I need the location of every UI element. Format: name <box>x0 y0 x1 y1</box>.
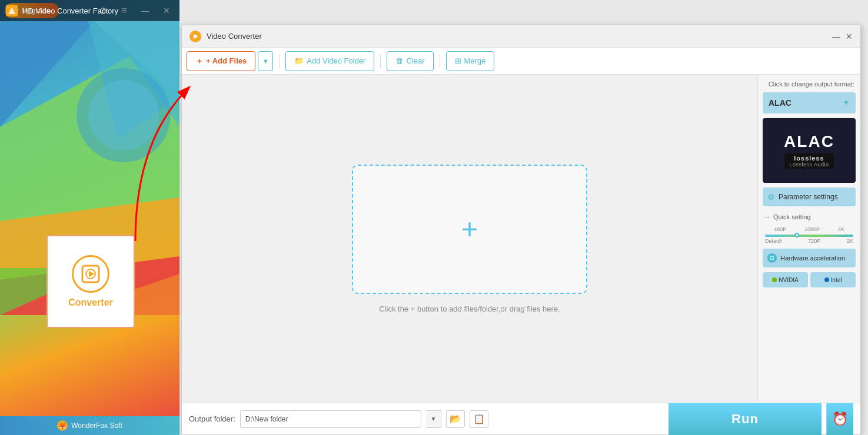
add-icon: ＋ <box>195 56 203 66</box>
merge-button[interactable]: ⊞ Merge <box>446 51 495 71</box>
alarm-icon: ⏰ <box>832 411 848 427</box>
schedule-button[interactable]: ⏰ <box>826 403 853 435</box>
sidebar: ★ Upgrade ⚙ ≡ — ✕ HD Video Converter Fac… <box>0 0 179 435</box>
run-button[interactable]: Run <box>669 403 822 435</box>
app-logo <box>6 5 18 16</box>
nvidia-icon <box>772 277 777 282</box>
toolbar-divider-2 <box>380 54 381 68</box>
wonderfox-text: WonderFox Soft <box>71 421 122 430</box>
toolbar-divider-3 <box>440 54 440 68</box>
svg-point-8 <box>88 80 159 150</box>
lossless-text: lossless <box>794 155 824 162</box>
converter-icon <box>72 255 109 293</box>
nvidia-badge: NVIDIA <box>763 272 808 287</box>
format-hint: Click to change output format: <box>763 81 856 88</box>
toolbar-divider-1 <box>279 54 280 68</box>
window-title: Video Converter <box>207 32 827 41</box>
window-controls: — ✕ <box>832 32 853 41</box>
quick-setting-label: → Quick setting <box>763 212 856 222</box>
drop-zone-area[interactable]: + Click the + button to add files/folder… <box>182 75 757 403</box>
sidebar-title-bar: HD Video Converter Factory <box>0 0 179 21</box>
clear-icon: 🗑 <box>395 56 403 65</box>
folder-dropdown[interactable]: ▼ <box>426 410 441 428</box>
window-logo <box>189 30 202 43</box>
open-folder-button[interactable]: 📋 <box>470 410 488 428</box>
folder-path-input[interactable] <box>240 410 421 428</box>
format-dropdown-button[interactable]: ALAC ▼ <box>763 92 856 113</box>
add-video-folder-button[interactable]: 📁 Add Video Folder <box>285 51 374 71</box>
gpu-row: NVIDIA Intel <box>763 272 856 287</box>
lossless-sub-text: Lossless Audio <box>789 162 829 168</box>
quality-labels: Default 720P 2K <box>765 238 853 244</box>
converter-box[interactable]: Converter <box>46 235 135 328</box>
window-title-bar: Video Converter — ✕ <box>182 25 860 48</box>
dropdown-chevron-icon: ▼ <box>843 99 850 107</box>
drop-hint: Click the + button to add files/folder,o… <box>379 304 560 313</box>
add-files-dropdown[interactable]: ▼ <box>258 51 273 71</box>
svg-marker-13 <box>89 271 95 277</box>
lossless-badge: lossless Lossless Audio <box>784 153 833 169</box>
app-title: HD Video Converter Factory <box>22 6 118 15</box>
svg-marker-0 <box>8 7 15 14</box>
intel-icon <box>824 277 829 282</box>
quick-arrow-icon: → <box>763 212 771 222</box>
format-preview: ALAC lossless Lossless Audio <box>763 118 856 183</box>
window-close-button[interactable]: ✕ <box>845 32 853 41</box>
content-area: + Click the + button to add files/folder… <box>182 75 860 403</box>
quality-track[interactable] <box>765 235 853 237</box>
browse-folder-button[interactable]: 📂 <box>446 410 465 428</box>
hardware-acceleration-button[interactable]: ⊡ Hardware acceleration <box>763 249 856 267</box>
format-name-label: ALAC <box>769 98 791 108</box>
footer: Output folder: ▼ 📂 📋 Run ⏰ <box>182 403 860 434</box>
wonderfox-icon: 🦊 <box>57 420 68 431</box>
add-files-button[interactable]: ＋ + Add Files <box>187 51 255 71</box>
wonderfox-bar: 🦊 WonderFox Soft <box>0 416 179 435</box>
hw-icon: ⊡ <box>767 253 777 263</box>
drop-plus-icon: + <box>461 215 478 243</box>
quality-labels-top: 480P 1080P 4K <box>765 226 853 232</box>
output-folder-label: Output folder: <box>189 414 235 423</box>
quality-slider-area[interactable]: 480P 1080P 4K Default 720P 2K <box>763 226 856 244</box>
merge-icon: ⊞ <box>455 56 461 65</box>
intel-badge: Intel <box>810 272 856 287</box>
window-minimize-button[interactable]: — <box>832 32 840 41</box>
toolbar: ＋ + Add Files ▼ 📁 Add Video Folder 🗑 Cle… <box>182 48 860 75</box>
drop-zone[interactable]: + <box>352 165 587 294</box>
clear-button[interactable]: 🗑 Clear <box>387 51 433 71</box>
main-window: Video Converter — ✕ ＋ + Add Files ▼ 📁 Ad… <box>181 25 861 435</box>
parameter-settings-button[interactable]: ⚙ Parameter settings <box>763 188 856 206</box>
right-panel: Click to change output format: ALAC ▼ AL… <box>757 75 860 403</box>
alac-text: ALAC <box>784 132 834 151</box>
param-icon: ⚙ <box>767 192 775 202</box>
converter-label: Converter <box>68 297 113 308</box>
folder-add-icon: 📁 <box>294 56 304 65</box>
